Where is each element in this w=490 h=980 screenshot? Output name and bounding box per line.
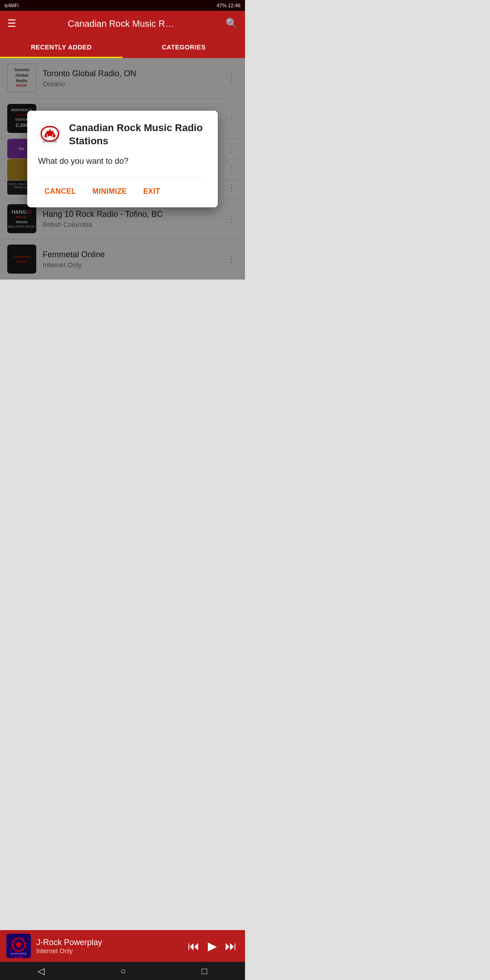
- app-header: ☰ Canadian Rock Music R… 🔍: [0, 11, 245, 36]
- status-wifi-label: toWiFi: [5, 3, 19, 8]
- status-time: 12:46: [228, 3, 240, 8]
- menu-icon[interactable]: ☰: [7, 18, 16, 29]
- tab-categories-label: CATEGORIES: [162, 44, 206, 51]
- status-battery: 47%: [216, 3, 226, 8]
- station-list: Toronto Global Radio ROCK Toronto Global…: [0, 58, 245, 279]
- dialog-title: Canadian Rock Music Radio Stations: [69, 122, 207, 147]
- minimize-button[interactable]: MINIMIZE: [86, 183, 133, 200]
- status-right: 47% 12:46: [216, 3, 240, 8]
- page-title: Canadian Rock Music R…: [24, 19, 218, 29]
- tab-categories[interactable]: CATEGORIES: [122, 36, 245, 58]
- search-icon[interactable]: 🔍: [225, 18, 238, 29]
- dialog-app-icon: ROCK MUSIC: [38, 122, 62, 145]
- svg-text:ROCK MUSIC: ROCK MUSIC: [43, 140, 58, 143]
- action-dialog: ROCK MUSIC Canadian Rock Music Radio Sta…: [27, 111, 218, 207]
- status-bar: toWiFi 47% 12:46: [0, 0, 245, 11]
- cancel-button[interactable]: CANCEL: [38, 183, 83, 200]
- svg-rect-1: [44, 134, 47, 137]
- dialog-header: ROCK MUSIC Canadian Rock Music Radio Sta…: [38, 122, 207, 147]
- dialog-message: What do you want to do?: [38, 157, 207, 166]
- svg-rect-2: [53, 134, 55, 137]
- status-left: toWiFi: [5, 3, 19, 8]
- tab-recently-added-label: RECENTLY ADDED: [31, 44, 92, 51]
- tabs-bar: RECENTLY ADDED CATEGORIES: [0, 36, 245, 58]
- exit-button[interactable]: EXIT: [137, 183, 167, 200]
- dialog-actions: CANCEL MINIMIZE EXIT: [38, 177, 207, 200]
- tab-recently-added[interactable]: RECENTLY ADDED: [0, 36, 122, 58]
